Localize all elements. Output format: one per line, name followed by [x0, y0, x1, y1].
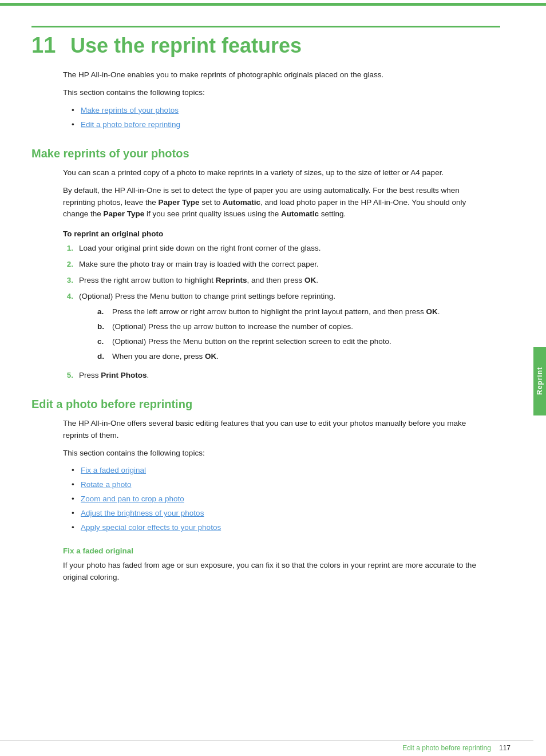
sub-text-b: (Optional) Press the up arrow button to …: [112, 321, 483, 333]
make-reprints-bold4: Automatic: [281, 209, 319, 218]
sub-a-end: .: [438, 307, 440, 316]
edit-link-item-1: Fix a faded original: [72, 465, 500, 477]
step-2: 2. Make sure the photo tray or main tray…: [63, 259, 483, 271]
step-5-bold: Print Photos: [101, 371, 147, 379]
chapter-number: 11: [31, 33, 60, 58]
make-reprints-bold3: Paper Type: [104, 209, 145, 218]
make-reprints-bold1: Paper Type: [159, 198, 200, 207]
make-reprints-para2-end: if you see print quality issues using th…: [144, 209, 281, 218]
sub-text-d: When you are done, press OK.: [112, 351, 483, 363]
top-link-2[interactable]: Edit a photo before reprinting: [81, 120, 180, 129]
edit-link-item-3: Zoom and pan to crop a photo: [72, 493, 500, 505]
make-reprints-bold2: Automatic: [223, 198, 260, 207]
step-3-text: Press the right arrow button to highligh…: [79, 275, 483, 287]
edit-photo-para1: The HP All-in-One offers several basic e…: [63, 418, 483, 442]
sub-text-c: (Optional) Press the Menu button on the …: [112, 336, 483, 348]
right-tab-label: Reprint: [536, 367, 544, 395]
sub-d-start: When you are done, press: [112, 352, 205, 361]
step-3-text-mid: , and then press: [247, 276, 304, 284]
sub-d-bold: OK: [205, 352, 216, 361]
fix-faded-para: If your photo has faded from age or sun …: [63, 560, 483, 584]
top-link-item-2: Edit a photo before reprinting: [72, 119, 500, 131]
edit-link-5[interactable]: Apply special color effects to your phot…: [81, 523, 221, 532]
page-container: 11 Use the reprint features The HP All-i…: [0, 3, 546, 756]
edit-link-item-2: Rotate a photo: [72, 479, 500, 491]
make-reprints-para2-mid1: set to: [199, 198, 223, 207]
make-reprints-para1: You can scan a printed copy of a photo t…: [63, 167, 483, 179]
sub-a-bold: OK: [426, 307, 438, 316]
edit-link-item-5: Apply special color effects to your phot…: [72, 522, 500, 534]
edit-photo-para2: This section contains the following topi…: [63, 448, 483, 460]
sub-label-c: c.: [97, 336, 106, 348]
sub-item-d: d. When you are done, press OK.: [97, 351, 483, 363]
edit-link-2[interactable]: Rotate a photo: [81, 480, 132, 489]
chapter-heading: 11 Use the reprint features: [31, 26, 500, 58]
step-5-start: Press: [79, 371, 101, 379]
procedure-heading: To reprint an original photo: [63, 229, 500, 238]
edit-link-4[interactable]: Adjust the brightness of your photos: [81, 509, 204, 517]
intro-para1: The HP All-in-One enables you to make re…: [63, 69, 483, 81]
step-5-end: .: [147, 371, 149, 379]
step-3: 3. Press the right arrow button to highl…: [63, 275, 483, 287]
sub-label-d: d.: [97, 351, 106, 363]
edit-link-1[interactable]: Fix a faded original: [81, 466, 146, 474]
top-link-item-1: Make reprints of your photos: [72, 105, 500, 117]
step-3-text-start: Press the right arrow button to highligh…: [79, 276, 216, 284]
top-link-1[interactable]: Make reprints of your photos: [81, 106, 179, 114]
sub-item-b: b. (Optional) Press the up arrow button …: [97, 321, 483, 333]
step-4-text: (Optional) Press the Menu button to chan…: [79, 291, 483, 366]
sub-item-c: c. (Optional) Press the Menu button on t…: [97, 336, 483, 348]
edit-link-3[interactable]: Zoom and pan to crop a photo: [81, 494, 184, 503]
step-2-num: 2.: [63, 259, 73, 271]
chapter-title: Use the reprint features: [70, 34, 302, 58]
step-5-num: 5.: [63, 370, 73, 382]
right-sidebar-tab: Reprint: [533, 347, 546, 415]
footer: Edit a photo before reprinting 117: [0, 740, 533, 752]
step-4: 4. (Optional) Press the Menu button to c…: [63, 291, 483, 366]
intro-para2: This section contains the following topi…: [63, 87, 483, 99]
edit-photo-links-list: Fix a faded original Rotate a photo Zoom…: [72, 465, 500, 534]
step-5-text: Press Print Photos.: [79, 370, 483, 382]
step-3-bold: Reprints: [216, 276, 247, 284]
sub-d-end: .: [216, 352, 219, 361]
step-2-text: Make sure the photo tray or main tray is…: [79, 259, 483, 271]
sub-a-start: Press the left arrow or right arrow butt…: [112, 307, 426, 316]
step-1-num: 1.: [63, 243, 73, 255]
footer-page-num: 117: [499, 744, 511, 752]
sub-items: a. Press the left arrow or right arrow b…: [97, 306, 483, 363]
subsection-heading-fix-faded: Fix a faded original: [63, 547, 500, 555]
make-reprints-para2-final: setting.: [319, 209, 346, 218]
section-heading-make-reprints: Make reprints of your photos: [31, 147, 500, 160]
top-links-list: Make reprints of your photos Edit a phot…: [72, 105, 500, 131]
main-content: 11 Use the reprint features The HP All-i…: [0, 3, 546, 624]
step-5: 5. Press Print Photos.: [63, 370, 483, 382]
steps-list: 1. Load your original print side down on…: [63, 243, 483, 381]
sub-item-a: a. Press the left arrow or right arrow b…: [97, 306, 483, 318]
section-heading-edit-photo: Edit a photo before reprinting: [31, 398, 500, 411]
step-3-num: 3.: [63, 275, 73, 287]
step-1-text: Load your original print side down on th…: [79, 243, 483, 255]
step-4-text-content: (Optional) Press the Menu button to chan…: [79, 292, 335, 300]
step-3-bold2: OK: [304, 276, 316, 284]
make-reprints-para2: By default, the HP All-in-One is set to …: [63, 185, 483, 221]
step-4-num: 4.: [63, 291, 73, 366]
edit-link-item-4: Adjust the brightness of your photos: [72, 508, 500, 520]
step-1: 1. Load your original print side down on…: [63, 243, 483, 255]
top-border: [0, 3, 546, 6]
sub-label-a: a.: [97, 306, 106, 318]
sub-text-a: Press the left arrow or right arrow butt…: [112, 306, 483, 318]
step-3-text-end: .: [316, 276, 318, 284]
footer-text: Edit a photo before reprinting: [402, 744, 491, 752]
sub-label-b: b.: [97, 321, 106, 333]
